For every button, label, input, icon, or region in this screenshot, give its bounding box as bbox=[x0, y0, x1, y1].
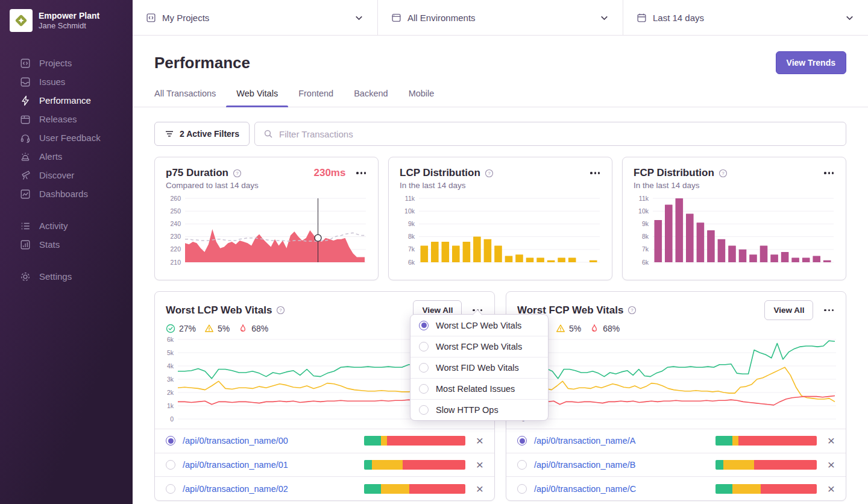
sidebar-item-releases[interactable]: Releases bbox=[0, 110, 133, 128]
svg-text:11k: 11k bbox=[639, 195, 649, 202]
context-menu-button[interactable] bbox=[823, 307, 835, 313]
svg-text:10k: 10k bbox=[638, 207, 649, 215]
date-range-selector[interactable]: Last 14 days bbox=[623, 0, 868, 35]
fcp-card-title: FCP Distribution bbox=[634, 167, 714, 179]
close-icon[interactable]: × bbox=[828, 460, 835, 470]
vitals-breakdown-bar bbox=[715, 460, 817, 470]
svg-text:6k: 6k bbox=[167, 336, 174, 343]
row-radio[interactable] bbox=[166, 460, 175, 470]
user-name: Jane Schmidt bbox=[39, 21, 99, 31]
context-menu-button[interactable] bbox=[589, 169, 601, 176]
chevron-down-icon bbox=[354, 13, 364, 23]
help-icon[interactable]: ? bbox=[233, 169, 242, 178]
lcp-card-subtitle: In the last 14 days bbox=[400, 181, 601, 190]
search-input[interactable] bbox=[279, 129, 837, 139]
transaction-link[interactable]: /api/0/transaction_name/00 bbox=[183, 436, 288, 446]
sidebar-item-alerts[interactable]: Alerts bbox=[0, 147, 133, 166]
svg-text:9k: 9k bbox=[642, 220, 649, 227]
svg-text:?: ? bbox=[236, 171, 239, 176]
environment-selector-value: All Environments bbox=[407, 13, 593, 23]
row-radio[interactable] bbox=[166, 436, 175, 446]
close-icon[interactable]: × bbox=[476, 436, 483, 446]
context-menu-button[interactable] bbox=[355, 169, 367, 176]
row-radio[interactable] bbox=[517, 484, 527, 494]
help-icon[interactable]: ? bbox=[627, 306, 637, 315]
svg-text:7k: 7k bbox=[642, 245, 649, 253]
project-selector[interactable]: My Projects bbox=[133, 0, 378, 35]
org-switcher[interactable]: Empower Plant Jane Schmidt bbox=[0, 0, 133, 38]
menu-item-worst-fid[interactable]: Worst FID Web Vitals bbox=[410, 357, 548, 378]
svg-text:?: ? bbox=[280, 307, 283, 313]
table-row[interactable]: /api/0/transaction_name/B × bbox=[506, 453, 846, 477]
active-filters-button[interactable]: 2 Active Filters bbox=[154, 122, 250, 146]
window-icon bbox=[391, 13, 401, 23]
help-icon[interactable]: ? bbox=[719, 169, 728, 178]
transaction-link[interactable]: /api/0/transaction_name/C bbox=[534, 484, 636, 494]
row-radio[interactable] bbox=[517, 436, 527, 446]
sidebar-item-issues[interactable]: Issues bbox=[0, 72, 133, 91]
menu-radio[interactable] bbox=[419, 321, 429, 330]
worst-lcp-title: Worst LCP Web Vitals bbox=[166, 304, 272, 317]
transaction-search[interactable] bbox=[254, 122, 846, 146]
table-row[interactable]: /api/0/transaction_name/02 × bbox=[155, 476, 494, 500]
menu-item-worst-fcp[interactable]: Worst FCP Web Vitals bbox=[410, 336, 548, 357]
sidebar-item-user-feedback[interactable]: User Feedback bbox=[0, 128, 133, 147]
close-icon[interactable]: × bbox=[828, 484, 835, 494]
svg-text:6k: 6k bbox=[642, 259, 649, 266]
performance-tabs: All Transactions Web Vitals Frontend Bac… bbox=[133, 89, 868, 107]
sidebar-nav: Projects Issues Performance Releases Use… bbox=[0, 54, 133, 286]
table-row[interactable]: /api/0/transaction_name/01 × bbox=[155, 453, 494, 477]
lightning-icon bbox=[20, 95, 31, 106]
transaction-link[interactable]: /api/0/transaction_name/02 bbox=[183, 484, 288, 494]
sidebar-item-dashboards[interactable]: Dashboards bbox=[0, 184, 133, 203]
context-menu-button[interactable] bbox=[823, 169, 835, 176]
environment-selector[interactable]: All Environments bbox=[378, 0, 623, 35]
menu-radio[interactable] bbox=[419, 363, 429, 373]
fcp-card-subtitle: In the last 14 days bbox=[634, 181, 835, 190]
p75-duration-chart: 210220230240250260 bbox=[166, 195, 367, 268]
menu-radio[interactable] bbox=[419, 405, 429, 415]
sidebar-item-projects[interactable]: Projects bbox=[0, 54, 133, 72]
svg-text:10k: 10k bbox=[404, 207, 415, 215]
table-row[interactable]: /api/0/transaction_name/A × bbox=[506, 429, 846, 453]
fcp-distribution-card: FCP Distribution ? In the last 14 days 6… bbox=[622, 157, 846, 280]
sidebar-item-settings[interactable]: Settings bbox=[0, 267, 133, 286]
sidebar-item-stats[interactable]: Stats bbox=[0, 235, 133, 254]
main-content: Performance View Trends All Transactions… bbox=[133, 36, 868, 504]
menu-radio[interactable] bbox=[419, 384, 429, 394]
vitals-breakdown-bar bbox=[715, 436, 817, 446]
telescope-icon bbox=[20, 170, 31, 181]
close-icon[interactable]: × bbox=[828, 436, 835, 446]
menu-radio[interactable] bbox=[419, 342, 429, 351]
svg-text:1k: 1k bbox=[167, 402, 174, 409]
worst-fcp-chart: 01k2k3k4k5k6k bbox=[510, 336, 837, 427]
menu-item-slow-http-ops[interactable]: Slow HTTP Ops bbox=[410, 399, 548, 420]
menu-item-most-related-issues[interactable]: Most Related Issues bbox=[410, 378, 548, 399]
tab-frontend[interactable]: Frontend bbox=[298, 89, 333, 107]
transaction-link[interactable]: /api/0/transaction_name/B bbox=[534, 460, 635, 470]
view-all-button[interactable]: View All bbox=[764, 300, 813, 320]
transaction-link[interactable]: /api/0/transaction_name/A bbox=[534, 436, 635, 446]
close-icon[interactable]: × bbox=[476, 460, 483, 470]
p75-card-title: p75 Duration bbox=[166, 167, 228, 179]
sidebar-item-discover[interactable]: Discover bbox=[0, 166, 133, 184]
svg-text:?: ? bbox=[488, 171, 491, 176]
row-radio[interactable] bbox=[517, 460, 527, 470]
menu-item-worst-lcp[interactable]: Worst LCP Web Vitals bbox=[410, 315, 548, 336]
tab-all-transactions[interactable]: All Transactions bbox=[154, 89, 216, 107]
tab-backend[interactable]: Backend bbox=[354, 89, 388, 107]
tab-mobile[interactable]: Mobile bbox=[409, 89, 435, 107]
help-icon[interactable]: ? bbox=[485, 169, 494, 178]
sidebar-item-performance[interactable]: Performance bbox=[0, 91, 133, 110]
view-trends-button[interactable]: View Trends bbox=[776, 51, 846, 74]
sidebar-item-activity[interactable]: Activity bbox=[0, 216, 133, 235]
help-icon[interactable]: ? bbox=[276, 306, 285, 315]
transaction-link[interactable]: /api/0/transaction_name/01 bbox=[183, 460, 288, 470]
table-row[interactable]: /api/0/transaction_name/00 × bbox=[155, 429, 494, 453]
close-icon[interactable]: × bbox=[476, 484, 483, 494]
search-icon bbox=[263, 129, 273, 139]
row-radio[interactable] bbox=[166, 484, 175, 494]
table-row[interactable]: /api/0/transaction_name/C × bbox=[506, 476, 846, 500]
project-selector-value: My Projects bbox=[162, 13, 348, 23]
tab-web-vitals[interactable]: Web Vitals bbox=[236, 89, 278, 107]
